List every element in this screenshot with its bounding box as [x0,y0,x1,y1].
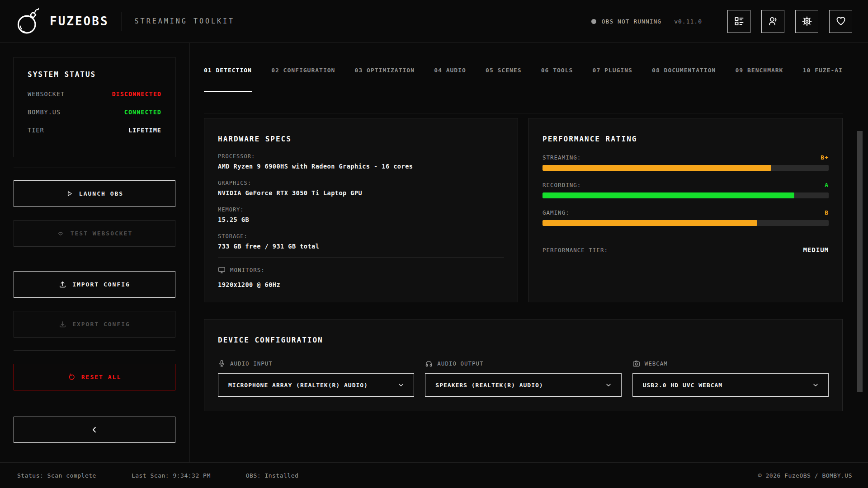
app-subtitle: STREAMING TOOLKIT [135,17,235,25]
list-details-icon [734,16,745,27]
audio-input-select[interactable]: MICROPHONE ARRAY (REALTEK(R) AUDIO) [218,373,414,397]
performance-tier-label: PERFORMANCE TIER: [542,247,608,253]
device-grid: AUDIO INPUT MICROPHONE ARRAY (REALTEK(R)… [218,360,829,397]
tab-documentation[interactable]: 08 DOCUMENTATION [652,67,716,91]
bomb-logo-icon [16,7,39,35]
status-value: DISCONNECTED [112,90,161,98]
account-button[interactable] [761,10,784,33]
export-config-button[interactable]: EXPORT CONFIG [14,311,175,338]
rating-bar-track [542,165,829,171]
footer-obs: OBS: Installed [246,472,299,479]
divider [204,113,843,113]
monitors-row: MONITORS: [218,266,504,274]
test-websocket-label: TEST WEBSOCKET [71,230,133,237]
headphones-icon [425,360,433,367]
spec-label: MEMORY: [218,206,504,213]
test-websocket-button[interactable]: TEST WEBSOCKET [14,220,175,247]
divider [122,12,122,31]
performance-rating-title: PERFORMANCE RATING [542,135,829,143]
tab-detection[interactable]: 01 DETECTION [204,67,252,92]
reset-all-button[interactable]: RESET ALL [14,364,175,390]
audio-output-field: AUDIO OUTPUT SPEAKERS (REALTEK(R) AUDIO) [425,360,621,397]
device-configuration-card: DEVICE CONFIGURATION AUDIO INPUT MICROPH… [204,319,843,411]
rating-streaming: STREAMING: B+ [542,154,829,171]
launch-obs-button[interactable]: LAUNCH OBS [14,180,175,207]
rating-bar-fill [542,220,757,226]
brand-block: FUZEOBS STREAMING TOOLKIT [16,7,235,35]
body-row: SYSTEM STATUS WEBSOCKET DISCONNECTED BOM… [0,43,868,462]
webcam-field: WEBCAM USB2.0 HD UVC WEBCAM [632,360,829,397]
tab-optimization[interactable]: 03 OPTIMIZATION [355,67,415,91]
spec-value: 733 GB free / 931 GB total [218,243,504,250]
webcam-select[interactable]: USB2.0 HD UVC WEBCAM [632,373,829,397]
launch-obs-label: LAUNCH OBS [79,190,123,197]
camera-icon [632,360,640,367]
sidebar: SYSTEM STATUS WEBSOCKET DISCONNECTED BOM… [0,43,190,462]
obs-status-text: OBS NOT RUNNING [602,18,661,25]
download-icon [59,320,66,328]
status-row-tier: TIER LIFETIME [28,127,161,134]
performance-tier-row: PERFORMANCE TIER: MEDIUM [542,246,829,253]
chevron-down-icon [812,381,819,389]
cards-row: HARDWARE SPECS PROCESSOR: AMD Ryzen 9 69… [204,118,843,302]
support-button[interactable] [829,10,852,33]
spec-storage: STORAGE: 733 GB free / 931 GB total [218,233,504,250]
system-status-panel: SYSTEM STATUS WEBSOCKET DISCONNECTED BOM… [14,57,175,157]
rating-bar-track [542,220,829,226]
upload-icon [59,281,66,288]
status-label: BOMBY.US [28,108,61,116]
spec-label: PROCESSOR: [218,153,504,160]
collapse-sidebar-button[interactable] [14,417,175,443]
tab-tools[interactable]: 06 TOOLS [541,67,573,91]
spec-value: AMD Ryzen 9 6900HS with Radeon Graphics … [218,163,504,170]
tab-benchmark[interactable]: 09 BENCHMARK [736,67,783,91]
top-bar: FUZEOBS STREAMING TOOLKIT OBS NOT RUNNIN… [0,0,868,43]
divider [14,350,175,351]
chevron-down-icon [605,381,612,389]
footer-last-scan: Last Scan: 9:34:32 PM [132,472,211,479]
reset-icon [68,373,75,381]
device-configuration-title: DEVICE CONFIGURATION [218,336,829,344]
rating-bar-fill [542,165,771,171]
chevron-down-icon [397,381,405,389]
rating-grade: A [825,182,829,188]
tab-scenes[interactable]: 05 SCENES [486,67,521,91]
webcam-value: USB2.0 HD UVC WEBCAM [643,382,723,389]
divider [14,168,175,168]
tab-audio[interactable]: 04 AUDIO [434,67,466,91]
audio-input-field: AUDIO INPUT MICROPHONE ARRAY (REALTEK(R)… [218,360,414,397]
footer-copyright: © 2026 FuzeOBS / BOMBY.US [758,472,852,479]
scrollbar-thumb[interactable] [857,131,863,392]
spec-label: STORAGE: [218,233,504,239]
spec-processor: PROCESSOR: AMD Ryzen 9 6900HS with Radeo… [218,153,504,170]
status-label: WEBSOCKET [28,90,65,98]
footer-bar: Status: Scan complete Last Scan: 9:34:32… [0,462,868,488]
monitors-value: 1920x1200 @ 60Hz [218,281,504,288]
rating-label: STREAMING: [542,154,581,161]
changelog-button[interactable] [727,10,750,33]
webcam-label: WEBCAM [645,360,668,367]
rating-label: GAMING: [542,209,570,216]
monitor-icon [218,266,226,274]
header-right: OBS NOT RUNNING v0.11.0 [591,10,852,33]
audio-input-value: MICROPHONE ARRAY (REALTEK(R) AUDIO) [228,382,368,389]
user-voice-icon [768,16,778,27]
main-content: 01 DETECTION 02 CONFIGURATION 03 OPTIMIZ… [190,43,868,462]
import-config-button[interactable]: IMPORT CONFIG [14,271,175,298]
audio-output-select[interactable]: SPEAKERS (REALTEK(R) AUDIO) [425,373,621,397]
footer-status: Status: Scan complete [17,472,96,479]
status-value: LIFETIME [128,127,161,134]
spec-memory: MEMORY: 15.25 GB [218,206,504,223]
obs-status-dot [591,19,596,24]
spec-value: NVIDIA GeForce RTX 3050 Ti Laptop GPU [218,189,504,197]
tab-plugins[interactable]: 07 PLUGINS [593,67,632,91]
settings-button[interactable] [795,10,818,33]
rating-bar-fill [542,192,794,198]
rating-recording: RECORDING: A [542,182,829,198]
chevron-left-icon [90,426,99,434]
tab-fuze-ai[interactable]: 10 FUZE-AI [803,67,843,91]
play-icon [66,190,73,197]
performance-tier-value: MEDIUM [803,246,829,253]
spec-value: 15.25 GB [218,216,504,223]
tab-configuration[interactable]: 02 CONFIGURATION [271,67,335,91]
